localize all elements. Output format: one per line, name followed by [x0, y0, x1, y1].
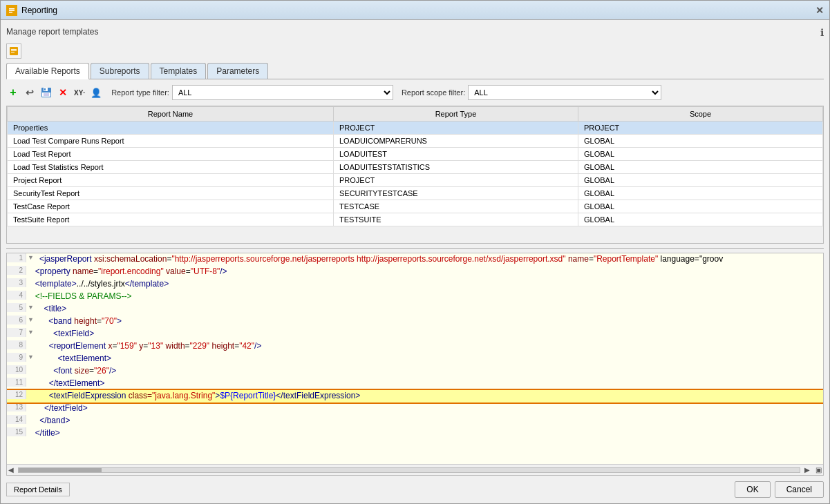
cell-type: PROJECT [334, 122, 578, 135]
user-button[interactable]: 👤 [89, 86, 103, 99]
svg-rect-5 [11, 49, 17, 50]
table-row[interactable]: Load Test ReportLOADUITESTGLOBAL [8, 148, 823, 161]
cell-name: TestSuite Report [8, 213, 334, 226]
delete-button[interactable]: ✕ [56, 86, 70, 99]
reports-table: Report Name Report Type Scope Properties… [7, 106, 823, 226]
xml-line: 6▼ <band height="70"> [7, 316, 823, 328]
xml-line: 8 <reportElement x="159" y="13" width="2… [7, 340, 823, 353]
line-content: </textField> [26, 403, 823, 414]
save-button[interactable] [39, 86, 53, 99]
line-number: 7 [7, 328, 26, 337]
line-content: <reportElement x="159" y="13" width="229… [26, 340, 823, 351]
line-number: 6 [7, 316, 26, 324]
add-button[interactable]: + [6, 86, 20, 99]
hscroll-thumb[interactable] [19, 468, 102, 472]
cell-name: TestCase Report [8, 200, 334, 213]
xml-line: 14 </band> [7, 415, 823, 427]
xml-line: 5▼ <title> [7, 303, 823, 316]
line-number: 8 [7, 340, 26, 349]
toolbar-actions: + ↩ ✕ XY· 👤 Report type filter: ALL Repo… [6, 82, 824, 103]
line-number: 10 [7, 365, 26, 374]
cell-type: SECURITYTESTCASE [334, 187, 578, 200]
report-scope-filter-select[interactable]: ALL [468, 85, 661, 100]
cell-scope: GLOBAL [578, 174, 823, 187]
collapse-icon[interactable]: ▼ [26, 316, 35, 324]
svg-rect-6 [11, 50, 17, 51]
table-row[interactable]: PropertiesPROJECTPROJECT [8, 122, 823, 135]
line-content: <property name="ireport.encoding" value=… [26, 266, 823, 277]
cell-type: LOADUITESTSTATISTICS [334, 161, 578, 174]
cell-type: LOADUITEST [334, 148, 578, 161]
reporting-window: Reporting ✕ Manage report templates ℹ [0, 0, 830, 504]
hscroll-track[interactable] [18, 467, 800, 473]
horizontal-scrollbar[interactable]: ◀ ▶ ▣ [7, 464, 823, 475]
line-content: </title> [26, 427, 823, 438]
xml-line: 15 </title> [7, 427, 823, 440]
cell-name: Properties [8, 122, 334, 135]
report-details-button[interactable]: Report Details [6, 483, 70, 496]
cell-name: Load Test Statistics Report [8, 161, 334, 174]
tab-parameters[interactable]: Parameters [207, 63, 268, 79]
cell-scope: GLOBAL [578, 213, 823, 226]
cell-type: TESTSUITE [334, 213, 578, 226]
xy-button[interactable]: XY· [73, 86, 86, 99]
table-row[interactable]: Load Test Statistics ReportLOADUITESTSTA… [8, 161, 823, 174]
line-content: </textElement> [26, 378, 823, 389]
svg-rect-2 [9, 10, 15, 11]
close-button[interactable]: ✕ [815, 5, 824, 16]
line-number: 12 [7, 390, 26, 399]
xml-line: 11 </textElement> [7, 378, 823, 390]
line-content: <!--FIELDS & PARAMS--> [26, 291, 823, 302]
table-row[interactable]: TestCase ReportTESTCASEGLOBAL [8, 200, 823, 213]
cell-type: TESTCASE [334, 200, 578, 213]
cell-name: SecurityTest Report [8, 187, 334, 200]
cell-scope: PROJECT [578, 122, 823, 135]
svg-rect-12 [44, 93, 49, 96]
xml-editor-container: 1▼<jasperReport xsi:schemaLocation="http… [6, 253, 824, 476]
line-number: 3 [7, 278, 26, 287]
xml-line: 3 <template>../../styles.jrtx</template> [7, 278, 823, 291]
dialog-buttons: OK Cancel [735, 481, 824, 498]
undo-button[interactable]: ↩ [23, 86, 37, 99]
table-row[interactable]: Load Test Compare Runs ReportLOADUICOMPA… [8, 135, 823, 148]
collapse-icon[interactable]: ▼ [26, 353, 35, 361]
reports-table-container: Report Name Report Type Scope Properties… [6, 106, 824, 244]
cell-scope: GLOBAL [578, 161, 823, 174]
xml-line: 13 </textField> [7, 403, 823, 415]
line-content: <title> [35, 303, 823, 314]
window-content: Manage report templates ℹ Available Repo… [1, 20, 829, 503]
col-report-name: Report Name [8, 107, 334, 122]
xml-scroll-area[interactable]: 1▼<jasperReport xsi:schemaLocation="http… [7, 253, 823, 464]
ok-button[interactable]: OK [735, 481, 770, 498]
collapse-icon[interactable]: ▼ [26, 303, 35, 311]
xml-line: 4 <!--FIELDS & PARAMS--> [7, 291, 823, 303]
tab-subreports[interactable]: Subreports [91, 63, 149, 79]
line-content: <jasperReport xsi:schemaLocation="http:/… [35, 253, 823, 264]
app-icon [6, 5, 17, 16]
table-row[interactable]: TestSuite ReportTESTSUITEGLOBAL [8, 213, 823, 226]
xml-line: 2 <property name="ireport.encoding" valu… [7, 266, 823, 278]
xml-line: 1▼<jasperReport xsi:schemaLocation="http… [7, 253, 823, 266]
line-content: <textField> [35, 328, 823, 339]
table-row[interactable]: SecurityTest ReportSECURITYTESTCASEGLOBA… [8, 187, 823, 200]
report-icon-btn[interactable] [6, 43, 21, 59]
collapse-icon[interactable]: ▼ [26, 328, 35, 336]
cell-name: Project Report [8, 174, 334, 187]
tab-templates[interactable]: Templates [151, 63, 207, 79]
line-content: <font size="26"/> [26, 365, 823, 376]
info-icon[interactable]: ℹ [820, 27, 824, 38]
manage-label: Manage report templates [6, 26, 98, 39]
collapse-icon[interactable]: ▼ [26, 253, 35, 262]
svg-rect-10 [44, 88, 46, 90]
line-number: 11 [7, 378, 26, 387]
report-type-filter-select[interactable]: ALL [172, 85, 393, 100]
line-number: 4 [7, 291, 26, 300]
tab-available-reports[interactable]: Available Reports [6, 63, 89, 79]
line-content: <template>../../styles.jrtx</template> [26, 278, 823, 289]
col-scope: Scope [578, 107, 823, 122]
xml-line: 10 <font size="26"/> [7, 365, 823, 378]
cancel-button[interactable]: Cancel [775, 481, 824, 498]
line-content: <textFieldExpression class="java.lang.St… [26, 390, 823, 401]
table-row[interactable]: Project ReportPROJECTGLOBAL [8, 174, 823, 187]
line-content: <band height="70"> [35, 316, 823, 327]
